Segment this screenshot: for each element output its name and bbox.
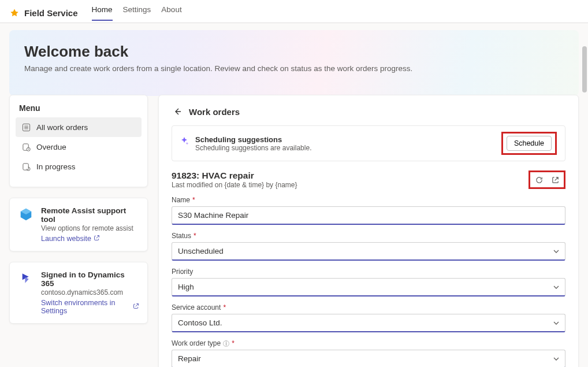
service-account-select[interactable]: Contoso Ltd. (172, 314, 565, 332)
tab-about[interactable]: About (161, 5, 181, 21)
detail-header: Work orders (172, 106, 565, 117)
nav-tabs: Home Settings About (92, 5, 182, 21)
schedule-button[interactable]: Schedule (507, 136, 552, 151)
hero-title: Welcome back (24, 43, 564, 61)
menu-card: Menu All work orders Overdue (9, 95, 148, 187)
brand: Field Service (9, 8, 78, 18)
svg-line-7 (28, 149, 29, 150)
hero-subtitle: Manage and create work orders from a sin… (24, 64, 564, 73)
hexagon-icon (18, 206, 34, 223)
hero-banner: Welcome back Manage and create work orde… (9, 30, 579, 96)
open-external-button[interactable] (550, 175, 560, 185)
svg-rect-8 (23, 163, 28, 169)
signed-in-sub: contoso.dynamics365.com (41, 288, 139, 296)
refresh-button[interactable] (534, 175, 544, 185)
required-mark: * (232, 339, 235, 347)
external-link-icon (133, 303, 139, 311)
field-priority: Priority High (172, 268, 565, 296)
sparkle-icon (180, 136, 189, 146)
remote-assist-sub: View options for remote assist (41, 224, 139, 232)
remote-assist-card: Remote Assist support tool View options … (9, 198, 148, 251)
signed-in-title: Signed in to Dynamics 365 (41, 270, 139, 288)
highlight-action-icons (529, 170, 565, 189)
work-order-modified: Last modified on {date & time} by {name} (172, 181, 297, 189)
back-button[interactable] (172, 106, 183, 117)
work-order-detail-card: Work orders Scheduling suggestions Sched… (158, 95, 579, 367)
main-grid: Menu All work orders Overdue (0, 95, 588, 367)
brand-icon (9, 8, 20, 18)
switch-env-link[interactable]: Switch environments in Settings (41, 299, 139, 315)
launch-website-link[interactable]: Launch website (41, 235, 100, 243)
overdue-icon (21, 142, 31, 151)
name-input[interactable] (172, 206, 565, 225)
info-icon[interactable]: i (223, 340, 229, 347)
work-order-type-select[interactable]: Repair (172, 350, 565, 367)
required-mark: * (223, 303, 226, 312)
required-mark: * (193, 232, 196, 240)
dynamics-icon (18, 270, 34, 287)
scrollbar-thumb[interactable] (582, 46, 587, 92)
list-icon (21, 123, 31, 132)
remote-assist-title: Remote Assist support tool (41, 206, 139, 224)
scheduling-banner: Scheduling suggestions Scheduling sugges… (172, 125, 565, 161)
menu-item-all-work-orders[interactable]: All work orders (16, 117, 142, 137)
menu-item-overdue[interactable]: Overdue (16, 137, 142, 157)
field-name: Name* (172, 196, 565, 225)
highlight-schedule: Schedule (501, 132, 557, 155)
tab-home[interactable]: Home (92, 5, 113, 21)
body-scroll[interactable]: Welcome back Manage and create work orde… (0, 23, 588, 367)
field-work-order-type: Work order type i * Repair (172, 339, 565, 367)
scheduling-sub: Scheduling suggestions are available. (195, 144, 311, 152)
progress-icon (21, 162, 31, 171)
brand-name: Field Service (24, 8, 78, 18)
menu-item-label: Overdue (36, 143, 66, 151)
menu-item-in-progress[interactable]: In progress (16, 157, 142, 176)
menu-item-label: All work orders (36, 123, 88, 132)
detail-title: Work orders (189, 107, 240, 117)
signed-in-card: Signed in to Dynamics 365 contoso.dynami… (9, 262, 148, 324)
menu-item-label: In progress (36, 162, 76, 171)
external-link-icon (94, 235, 100, 243)
work-order-title: 91823: HVAC repair (172, 170, 297, 181)
priority-select[interactable]: High (172, 278, 565, 296)
scheduling-title: Scheduling suggestions (195, 135, 311, 144)
menu-title: Menu (16, 103, 142, 117)
required-mark: * (192, 196, 195, 204)
field-status: Status* Unscheduled (172, 232, 565, 261)
tab-settings[interactable]: Settings (123, 5, 151, 21)
work-order-header: 91823: HVAC repair Last modified on {dat… (172, 170, 565, 189)
field-service-account: Service account* Contoso Ltd. (172, 303, 565, 332)
left-column: Menu All work orders Overdue (9, 95, 148, 367)
top-nav: Field Service Home Settings About (0, 0, 588, 23)
status-select[interactable]: Unscheduled (172, 242, 565, 261)
